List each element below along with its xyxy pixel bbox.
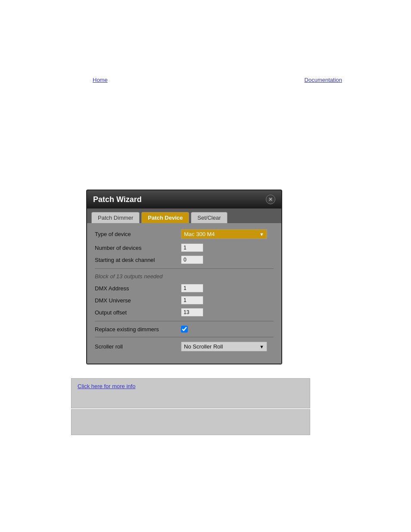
output-offset-row: Output offset [95,308,274,317]
dmx-address-input[interactable] [181,284,203,292]
replace-existing-dimmers-checkbox[interactable] [181,326,188,333]
dialog-header: Patch Wizard ✕ [87,190,281,208]
dmx-universe-input[interactable] [181,296,203,305]
type-of-device-arrow-icon: ▼ [259,232,264,237]
close-button[interactable]: ✕ [266,195,275,204]
top-link-left[interactable]: Home [93,77,108,83]
patch-wizard-dialog: Patch Wizard ✕ Patch Dimmer Patch Device… [86,190,282,364]
output-offset-label: Output offset [95,309,181,316]
top-link-right[interactable]: Documentation [305,77,342,83]
scroller-roll-dropdown[interactable]: No Scroller Roll ▼ [181,342,267,352]
tab-set-clear[interactable]: Set/Clear [191,212,227,223]
replace-existing-dimmers-label: Replace existing dimmers [95,326,181,333]
type-of-device-dropdown[interactable]: Mac 300 M4 ▼ [181,229,267,239]
starting-at-desk-channel-row: Starting at desk channel [95,255,274,264]
separator-1 [95,268,274,269]
tabs-row: Patch Dimmer Patch Device Set/Clear [87,208,281,223]
dmx-universe-row: DMX Universe [95,296,274,305]
type-of-device-label: Type of device [95,231,181,237]
number-of-devices-input[interactable] [181,243,203,252]
number-of-devices-row: Number of devices [95,243,274,252]
tab-patch-dimmer[interactable]: Patch Dimmer [91,212,140,223]
output-offset-input[interactable] [181,308,203,317]
bottom-box-1-link[interactable]: Click here for more info [78,383,135,389]
starting-at-desk-channel-input[interactable] [181,255,203,264]
scroller-roll-label: Scroller roll [95,343,181,350]
number-of-devices-label: Number of devices [95,245,181,251]
dmx-address-label: DMX Address [95,285,181,292]
dialog-title: Patch Wizard [93,195,142,204]
dialog-content: Type of device Mac 300 M4 ▼ Number of de… [87,223,281,364]
separator-2 [95,321,274,321]
type-of-device-value: Mac 300 M4 [184,231,215,237]
block-note: Block of 13 outputs needed [95,273,274,280]
dmx-address-row: DMX Address [95,284,274,292]
separator-3 [95,337,274,337]
type-of-device-row: Type of device Mac 300 M4 ▼ [95,229,274,239]
dmx-universe-label: DMX Universe [95,297,181,304]
scroller-roll-arrow-icon: ▼ [259,344,264,349]
starting-at-desk-channel-label: Starting at desk channel [95,257,181,263]
scroller-roll-row: Scroller roll No Scroller Roll ▼ [95,342,274,352]
bottom-box-1: Click here for more info [71,378,310,408]
replace-existing-dimmers-row: Replace existing dimmers [95,326,274,333]
scroller-roll-value: No Scroller Roll [184,343,223,350]
tab-patch-device[interactable]: Patch Device [141,212,189,223]
bottom-box-2 [71,409,310,435]
